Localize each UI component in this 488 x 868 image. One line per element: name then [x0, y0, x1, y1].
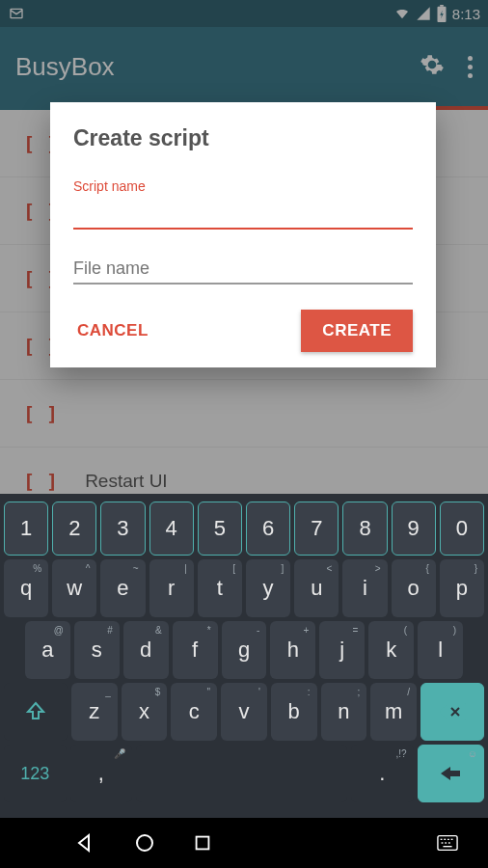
svg-rect-4 [197, 837, 209, 850]
key-k[interactable]: (k [368, 621, 414, 679]
key-q[interactable]: %q [4, 559, 48, 617]
script-name-field: Script name [73, 178, 413, 230]
key-m[interactable]: /m [370, 683, 417, 741]
key-x[interactable]: $x [122, 683, 168, 741]
key-s[interactable]: #s [74, 621, 120, 679]
key-l[interactable]: )l [418, 621, 463, 679]
ime-switch-button[interactable] [419, 824, 476, 862]
key-9[interactable]: 9 [392, 502, 436, 556]
svg-point-3 [137, 835, 152, 851]
svg-rect-5 [438, 836, 457, 851]
key-z[interactable]: _z [71, 683, 118, 741]
key-g[interactable]: -g [222, 621, 267, 679]
key-b[interactable]: :b [271, 683, 317, 741]
key-n[interactable]: ;n [321, 683, 367, 741]
key-w[interactable]: ^w [52, 559, 96, 617]
file-name-field [73, 255, 413, 285]
soft-keyboard: 1234567890 %q^w~e|r[t]y<u>i{o}p @a#s&d*f… [0, 494, 488, 818]
home-button[interactable] [116, 824, 174, 862]
comma-key[interactable]: 🎤 , [70, 745, 133, 802]
dialog-title: Create script [73, 125, 413, 151]
enter-key[interactable]: ☺ [418, 745, 484, 802]
shift-key[interactable] [4, 683, 68, 741]
mic-icon: 🎤 [114, 748, 125, 759]
key-0[interactable]: 0 [440, 502, 484, 556]
create-button[interactable]: CREATE [301, 310, 413, 352]
file-name-input[interactable] [73, 255, 413, 285]
script-name-label: Script name [73, 178, 413, 194]
backspace-key[interactable] [420, 683, 484, 741]
key-j[interactable]: =j [319, 621, 365, 679]
cancel-button[interactable]: CANCEL [73, 312, 152, 350]
key-t[interactable]: [t [198, 559, 242, 617]
key-4[interactable]: 4 [149, 502, 194, 556]
key-a[interactable]: @a [25, 621, 70, 679]
create-script-dialog: Create script Script name CANCEL CREATE [50, 102, 436, 367]
key-v[interactable]: 'v [221, 683, 267, 741]
key-6[interactable]: 6 [246, 502, 290, 556]
key-7[interactable]: 7 [294, 502, 339, 556]
key-3[interactable]: 3 [100, 502, 145, 556]
key-f[interactable]: *f [173, 621, 218, 679]
key-d[interactable]: &d [123, 621, 169, 679]
script-name-input[interactable] [73, 200, 413, 230]
key-h[interactable]: +h [270, 621, 315, 679]
key-c[interactable]: "c [171, 683, 217, 741]
key-u[interactable]: <u [294, 559, 339, 617]
key-2[interactable]: 2 [52, 502, 96, 556]
period-key[interactable]: ,!? . [351, 745, 414, 802]
symbols-key[interactable]: 123 [4, 745, 67, 802]
key-e[interactable]: ~e [100, 559, 145, 617]
key-i[interactable]: >i [342, 559, 387, 617]
key-o[interactable]: {o [392, 559, 436, 617]
back-button[interactable] [58, 824, 116, 862]
key-r[interactable]: |r [149, 559, 194, 617]
emoji-icon: ☺ [468, 748, 477, 759]
space-key[interactable] [136, 745, 347, 802]
navigation-bar [0, 818, 488, 868]
key-y[interactable]: ]y [246, 559, 290, 617]
key-5[interactable]: 5 [198, 502, 242, 556]
recents-button[interactable] [174, 824, 231, 862]
key-8[interactable]: 8 [342, 502, 387, 556]
key-1[interactable]: 1 [4, 502, 48, 556]
key-p[interactable]: }p [440, 559, 484, 617]
